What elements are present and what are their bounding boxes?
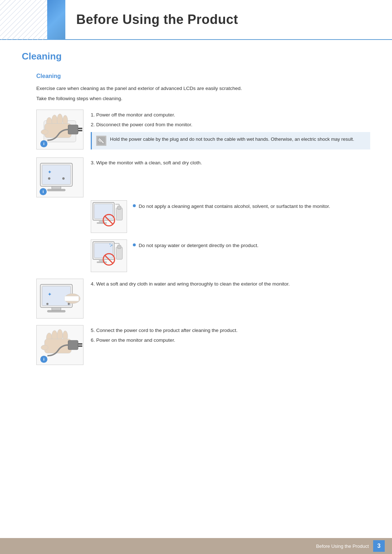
svg-rect-31 bbox=[118, 206, 121, 210]
step-2-text: 2. Disconnect the power cord from the mo… bbox=[91, 121, 370, 129]
svg-point-25 bbox=[62, 177, 65, 180]
step-4-text: 4. Wet a soft and dry cloth in water and… bbox=[91, 280, 370, 288]
sub-bullet-2-block: Do not spray water or detergent directly… bbox=[91, 239, 370, 272]
warning-box-1: Hold the power cable by the plug and do … bbox=[91, 132, 370, 149]
warning-text-1: Hold the power cable by the plug and do … bbox=[110, 136, 354, 143]
svg-rect-66 bbox=[78, 343, 82, 345]
svg-rect-10 bbox=[78, 128, 82, 129]
main-content: Cleaning Cleaning Exercise care when cle… bbox=[0, 51, 392, 393]
svg-point-8 bbox=[41, 130, 48, 135]
svg-point-46 bbox=[110, 246, 111, 247]
step-1-2-content: 1. Power off the monitor and computer. 2… bbox=[91, 110, 370, 151]
svg-text:i: i bbox=[42, 189, 44, 194]
svg-point-44 bbox=[111, 245, 113, 246]
step-6-text: 6. Power on the monitor and computer. bbox=[91, 336, 370, 345]
svg-rect-51 bbox=[52, 308, 61, 311]
svg-rect-11 bbox=[78, 130, 82, 131]
svg-rect-9 bbox=[68, 125, 78, 134]
step-4-image: ✦ bbox=[36, 279, 83, 319]
section-title: Cleaning bbox=[22, 51, 370, 62]
step-4-content: 4. Wet a soft and dry cloth in water and… bbox=[91, 279, 370, 290]
svg-point-57 bbox=[46, 303, 49, 305]
svg-rect-56 bbox=[65, 296, 79, 301]
sub-bullet-1-image bbox=[91, 200, 127, 233]
sub-section: Cleaning Exercise care when cleaning as … bbox=[36, 73, 370, 365]
header-blue-accent bbox=[47, 0, 65, 40]
svg-rect-39 bbox=[97, 262, 107, 263]
svg-point-24 bbox=[48, 177, 50, 180]
svg-rect-29 bbox=[97, 222, 107, 224]
bullet-dot-2 bbox=[133, 243, 136, 246]
svg-rect-65 bbox=[68, 340, 78, 350]
bullet-dot-1 bbox=[133, 204, 136, 207]
step-5-6-content: 5. Connect the power cord to the product… bbox=[91, 325, 370, 346]
warning-icon-1 bbox=[96, 136, 106, 146]
svg-rect-18 bbox=[42, 165, 71, 185]
step-1-2-block: i 1. Power off the monitor and computer.… bbox=[36, 110, 370, 151]
svg-text:✦: ✦ bbox=[48, 292, 52, 297]
svg-text:i: i bbox=[43, 141, 44, 146]
sub-bullet-1-text: Do not apply a cleaning agent that conta… bbox=[139, 202, 330, 210]
intro-text-1: Exercise care when cleaning as the panel… bbox=[36, 85, 370, 93]
step-3-text: 3. Wipe the monitor with a clean, soft a… bbox=[91, 159, 370, 167]
svg-text:i: i bbox=[43, 357, 44, 361]
sub-section-title: Cleaning bbox=[36, 73, 370, 79]
page-footer: Before Using the Product 3 bbox=[0, 538, 392, 554]
step-3-block: ✦ i 3. Wipe the monitor with a clean, so… bbox=[36, 157, 370, 197]
svg-rect-27 bbox=[94, 204, 113, 219]
svg-text:✦: ✦ bbox=[48, 169, 52, 175]
svg-rect-37 bbox=[94, 243, 113, 258]
step-3-content: 3. Wipe the monitor with a clean, soft a… bbox=[91, 157, 370, 169]
page-header: Before Using the Product bbox=[0, 0, 392, 40]
sub-bullet-2-image bbox=[91, 239, 127, 272]
sub-bullet-1-block: Do not apply a cleaning agent that conta… bbox=[91, 200, 370, 233]
svg-rect-67 bbox=[78, 345, 82, 347]
svg-point-64 bbox=[41, 345, 48, 350]
sub-bullet-2-text: Do not spray water or detergent directly… bbox=[139, 242, 258, 250]
sub-bullet-1-item: Do not apply a cleaning agent that conta… bbox=[133, 200, 330, 210]
svg-point-58 bbox=[68, 303, 70, 305]
step-1-text: 1. Power off the monitor and computer. bbox=[91, 111, 370, 119]
svg-rect-19 bbox=[52, 186, 61, 189]
step-5-text: 5. Connect the power cord to the product… bbox=[91, 327, 370, 335]
svg-rect-20 bbox=[48, 189, 65, 191]
footer-label: Before Using the Product bbox=[316, 543, 369, 549]
step-5-image: i bbox=[36, 325, 83, 365]
svg-rect-41 bbox=[118, 245, 121, 249]
step-5-6-block: i 5. Connect the power cord to the produ… bbox=[36, 325, 370, 365]
page-title: Before Using the Product bbox=[76, 12, 238, 27]
footer-page-number: 3 bbox=[373, 540, 385, 552]
step-3-image: ✦ i bbox=[36, 157, 83, 197]
sub-bullet-2-item: Do not spray water or detergent directly… bbox=[133, 239, 258, 250]
step-1-image: i bbox=[36, 110, 83, 149]
step-4-block: ✦ 4. Wet a soft and dry cloth in water a… bbox=[36, 279, 370, 319]
intro-text-2: Take the following steps when cleaning. bbox=[36, 95, 370, 103]
svg-rect-52 bbox=[48, 310, 65, 312]
svg-point-45 bbox=[109, 243, 110, 245]
